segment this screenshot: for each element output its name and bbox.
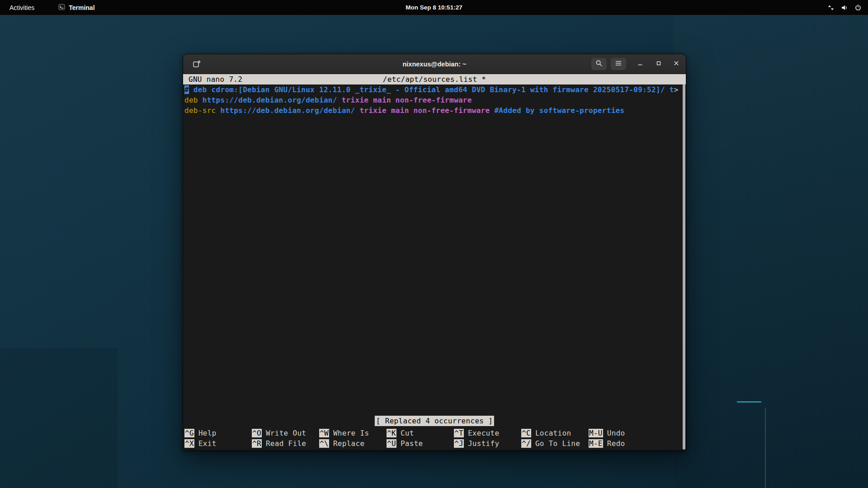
nano-shortcut-undo: M-UUndo [589,428,656,438]
nano-shortcut-bar: ^GHelp^XExit^OWrite Out^RRead File^WWher… [184,428,686,449]
wallpaper-shape [674,0,868,488]
shortcut-key: ^T [454,429,464,437]
nano-shortcut-where-is: ^WWhere Is [319,428,387,438]
nano-shortcut-cut: ^KCut [387,428,454,438]
terminal-scrollbar[interactable] [683,84,685,450]
editor-segment: deb-src [184,106,220,115]
editor-segment: deb cdrom:[Debian GNU/Linux 12.11.0 _tri… [189,85,674,94]
shortcut-key: ^X [184,439,194,448]
editor-line: # deb cdrom:[Debian GNU/Linux 12.11.0 _t… [184,84,686,95]
nano-shortcut-redo: M-ERedo [589,438,656,449]
shortcut-key: ^J [454,439,464,448]
nano-shortcut-execute: ^TExecute [454,428,521,438]
nano-shortcut-exit: ^XExit [184,438,252,449]
shortcut-key: M-U [589,429,603,437]
shortcut-key: M-E [589,439,603,448]
text-cursor: # [184,85,189,94]
shortcut-label: Location [535,429,571,437]
editor-segment: https://deb.debian.org/debian/ [203,96,337,104]
shortcut-column: ^OWrite Out^RRead File [252,428,319,449]
wallpaper-accent-line [737,401,761,403]
nano-shortcut-paste: ^UPaste [387,438,454,449]
editor-line: deb-src https://deb.debian.org/debian/ t… [184,105,686,116]
shortcut-label: Go To Line [535,439,580,448]
menu-button[interactable] [611,58,626,70]
editor-line: deb https://deb.debian.org/debian/ trixi… [184,95,686,105]
shortcut-label: Read File [266,439,306,448]
shortcut-label: Justify [468,439,500,448]
shortcut-column: ^CLocation^/Go To Line [521,428,589,449]
network-icon[interactable] [827,4,835,11]
shortcut-key: ^G [184,429,194,437]
nano-shortcut-replace: ^\Replace [319,438,387,449]
nano-filename: /etc/apt/sources.list * [383,74,486,84]
focused-app-menu[interactable]: Terminal [55,2,98,13]
window-title: nixnexus@debian: ~ [402,61,466,68]
nano-version: GNU nano 7.2 [189,74,242,84]
editor-segment [490,106,494,115]
nano-shortcut-write-out: ^OWrite Out [252,428,319,438]
power-icon[interactable] [854,4,862,11]
maximize-button[interactable] [652,58,665,70]
nano-shortcut-help: ^GHelp [184,428,252,438]
shortcut-label: Write Out [266,429,306,437]
activities-button[interactable]: Activities [5,3,39,13]
shortcut-label: Exit [198,439,217,448]
terminal-window: nixnexus@debian: ~ [183,54,686,450]
shortcut-label: Help [198,429,217,437]
shortcut-label: Paste [401,439,423,448]
shortcut-column: ^TExecute^JJustify [454,428,521,449]
system-tray[interactable] [827,0,862,15]
maximize-icon [655,60,662,69]
editor-segment [355,106,359,115]
editor-segment: trixie main non-free-firmware [359,106,490,115]
shortcut-key: ^W [319,429,329,437]
shortcut-key: ^R [252,439,262,448]
shortcut-column: ^WWhere Is^\Replace [319,428,387,449]
shortcut-column: ^GHelp^XExit [184,428,252,449]
shortcut-label: Redo [607,439,625,448]
close-button[interactable] [670,58,683,70]
shortcut-label: Where Is [333,429,369,437]
hamburger-icon [615,60,622,69]
nano-status-message: [ Replaced 4 occurrences ] [375,416,494,426]
shortcut-key: ^/ [521,439,531,448]
nano-titlebar: GNU nano 7.2 /etc/apt/sources.list * [183,74,686,84]
shortcut-column: ^KCut^UPaste [387,428,454,449]
shortcut-column: M-UUndoM-ERedo [589,428,656,449]
nano-shortcut-location: ^CLocation [521,428,589,438]
terminal-app-icon [58,4,65,12]
volume-icon[interactable] [841,4,848,11]
shortcut-label: Execute [468,429,500,437]
shortcut-label: Undo [607,429,625,437]
editor-lines: # deb cdrom:[Debian GNU/Linux 12.11.0 _t… [183,84,686,116]
nano-shortcut-go-to-line: ^/Go To Line [521,438,589,449]
editor-segment: https://deb.debian.org/debian/ [220,106,355,115]
editor-segment: trixie main non-free-firmware [342,96,472,104]
shortcut-key: ^K [387,429,396,437]
nano-shortcut-read-file: ^RRead File [252,438,319,449]
search-icon [595,60,603,69]
close-icon [673,60,680,69]
search-button[interactable] [591,58,607,70]
shortcut-key: ^C [521,429,531,437]
top-bar: Activities Terminal Mon Sep 8 10:51:27 [0,0,868,15]
clock[interactable]: Mon Sep 8 10:51:27 [406,4,462,11]
minimize-button[interactable] [634,58,646,70]
minimize-icon [637,60,644,69]
shortcut-label: Replace [333,439,365,448]
window-titlebar[interactable]: nixnexus@debian: ~ [183,54,686,74]
nano-shortcut-justify: ^JJustify [454,438,521,449]
wallpaper-shape [0,348,118,488]
focused-app-name: Terminal [69,4,94,11]
shortcut-key: ^O [252,429,262,437]
new-tab-button[interactable] [189,58,204,70]
terminal-content[interactable]: GNU nano 7.2 /etc/apt/sources.list * # d… [183,74,686,450]
shortcut-key: ^U [387,439,396,448]
shortcut-key: ^\ [319,439,329,448]
shortcut-label: Cut [401,429,414,437]
editor-segment: #Added by software-properties [494,106,624,115]
editor-segment [337,96,342,104]
editor-segment: > [674,85,679,94]
editor-segment: deb [184,96,203,104]
